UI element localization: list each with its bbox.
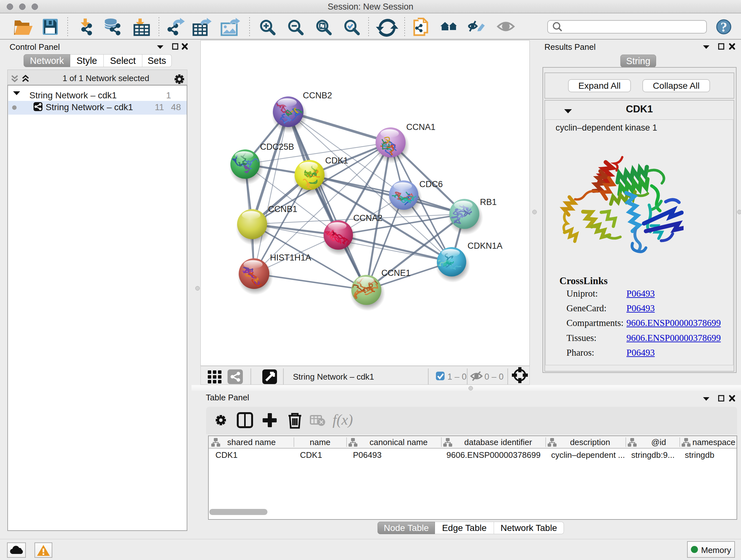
svg-text:shared name: shared name	[227, 437, 276, 447]
svg-text:String Network – cdk1: String Network – cdk1	[29, 90, 117, 100]
svg-text:9606.ENSP00000378699: 9606.ENSP00000378699	[447, 450, 541, 460]
svg-text:0 – 0: 0 – 0	[484, 372, 503, 381]
svg-text:CDK1: CDK1	[300, 450, 322, 460]
svg-text:CDC6: CDC6	[419, 179, 443, 189]
svg-text:P06493: P06493	[353, 450, 382, 460]
svg-text:f(x): f(x)	[333, 412, 353, 428]
svg-text:CCNA1: CCNA1	[406, 122, 435, 132]
svg-text:database identifier: database identifier	[464, 437, 532, 447]
svg-text:CCNA2: CCNA2	[353, 213, 383, 223]
svg-text:description: description	[570, 437, 610, 447]
svg-text:name: name	[310, 437, 330, 447]
svg-text:1 of 1 Network selected: 1 of 1 Network selected	[63, 73, 149, 83]
svg-text:1 – 0: 1 – 0	[448, 372, 467, 381]
svg-text:RB1: RB1	[480, 197, 497, 207]
svg-text:CCNB1: CCNB1	[268, 204, 297, 214]
svg-text:CDKN1A: CDKN1A	[468, 241, 502, 251]
svg-text:@id: @id	[651, 437, 666, 447]
svg-text:stringdb:9...: stringdb:9...	[631, 450, 675, 460]
svg-text:canonical name: canonical name	[369, 437, 428, 447]
svg-text:CDC25B: CDC25B	[260, 142, 294, 152]
svg-text:String Network – cdk1: String Network – cdk1	[293, 372, 374, 381]
svg-text:HIST1H1A: HIST1H1A	[270, 253, 311, 262]
svg-text:48: 48	[171, 102, 181, 112]
svg-text:11: 11	[155, 102, 164, 112]
svg-text:?: ?	[721, 20, 727, 35]
svg-text:namespace: namespace	[692, 437, 735, 447]
svg-text:stringdb: stringdb	[685, 450, 715, 460]
svg-text:CDK1: CDK1	[215, 450, 238, 460]
svg-text:String Network – cdk1: String Network – cdk1	[46, 102, 133, 112]
svg-text:CCNB2: CCNB2	[303, 91, 332, 100]
svg-text:1: 1	[166, 90, 171, 100]
svg-text:cyclin–dependent ...: cyclin–dependent ...	[551, 450, 625, 460]
svg-text:CCNE1: CCNE1	[381, 268, 411, 278]
svg-text:CDK1: CDK1	[325, 156, 348, 165]
